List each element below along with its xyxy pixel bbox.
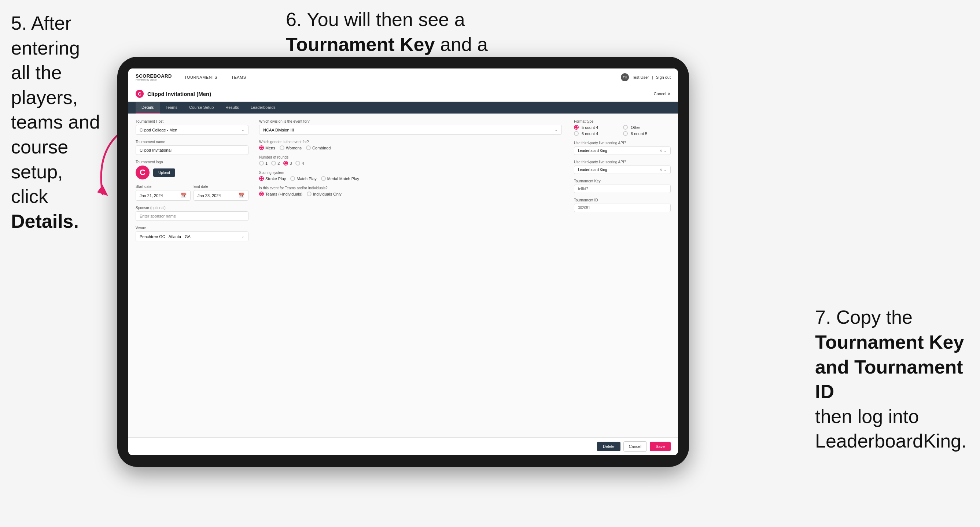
start-date-input[interactable]: Jan 21, 2024 📅: [135, 190, 191, 201]
api2-clear-btn[interactable]: ✕: [659, 168, 662, 172]
tournament-name-label: Tournament name: [135, 140, 248, 144]
format-other-radio[interactable]: [623, 125, 628, 130]
scoring-stroke-radio[interactable]: [259, 176, 264, 181]
tournament-key-value: b4fbf7: [574, 184, 671, 193]
tournament-logo-label: Tournament logo: [135, 160, 248, 164]
format-6count4[interactable]: 6 count 4: [574, 131, 622, 136]
logo-area: C Upload: [135, 165, 248, 179]
scoring-medal-radio[interactable]: [321, 176, 326, 181]
format-6count5-radio[interactable]: [623, 131, 628, 136]
teams-plus-individuals[interactable]: Teams (+Individuals): [259, 192, 302, 196]
scoring-medal-match-play[interactable]: Medal Match Play: [321, 176, 359, 181]
api1-select[interactable]: Leaderboard King ✕ ⌄: [574, 146, 671, 155]
tournament-id-value: 302051: [574, 204, 671, 212]
tournament-host-label: Tournament Host: [135, 119, 248, 124]
rounds-1[interactable]: 1: [259, 161, 267, 165]
upload-button[interactable]: Upload: [153, 168, 175, 177]
tab-results[interactable]: Results: [220, 102, 245, 114]
date-row: Start date Jan 21, 2024 📅 End date Jan 2…: [135, 184, 248, 201]
gender-combined-radio[interactable]: [306, 145, 311, 150]
format-other[interactable]: Other: [623, 125, 671, 130]
api1-label: Use third-party live scoring API?: [574, 141, 671, 145]
rounds-group: Number of rounds 1 2 3: [259, 155, 562, 165]
individuals-only[interactable]: Individuals Only: [307, 192, 342, 196]
rounds-label: Number of rounds: [259, 155, 562, 159]
header-cancel-btn[interactable]: Cancel ✕: [654, 92, 671, 96]
rounds-4-radio[interactable]: [295, 161, 300, 165]
scoring-match-play[interactable]: Match Play: [290, 176, 316, 181]
rounds-4[interactable]: 4: [295, 161, 304, 165]
tournament-name-input[interactable]: [135, 145, 248, 155]
format-6count5[interactable]: 6 count 5: [623, 131, 671, 136]
rounds-radio-group: 1 2 3 4: [259, 161, 562, 165]
cancel-button[interactable]: Cancel: [624, 441, 647, 452]
tournament-host-group: Tournament Host Clippd College - Men: [135, 119, 248, 135]
rounds-1-radio[interactable]: [259, 161, 264, 165]
venue-label: Venue: [135, 226, 248, 230]
api1-group: Use third-party live scoring API? Leader…: [574, 141, 671, 155]
gender-mens[interactable]: Mens: [259, 145, 275, 150]
nav-tournaments[interactable]: TOURNAMENTS: [183, 75, 219, 79]
api1-chevron-icon: ⌄: [664, 149, 667, 153]
tournament-id-group: Tournament ID 302051: [574, 198, 671, 212]
calendar-icon-end: 📅: [239, 193, 245, 198]
api2-label: Use third-party live scoring API?: [574, 160, 671, 164]
delete-button[interactable]: Delete: [597, 442, 620, 451]
end-date-label: End date: [194, 184, 248, 189]
save-button[interactable]: Save: [650, 442, 671, 451]
scoring-stroke-play[interactable]: Stroke Play: [259, 176, 286, 181]
tablet: SCOREBOARD Powered by clippd TOURNAMENTS…: [117, 57, 689, 467]
sponsor-label: Sponsor (optional): [135, 206, 248, 210]
gender-mens-radio[interactable]: [259, 145, 264, 150]
format-group: Format type 5 count 4 Other: [574, 119, 671, 136]
api2-select[interactable]: Leaderboard King ✕ ⌄: [574, 165, 671, 174]
format-5count4[interactable]: 5 count 4: [574, 125, 622, 130]
tablet-screen: SCOREBOARD Powered by clippd TOURNAMENTS…: [128, 68, 678, 455]
footer-bar: Delete Cancel Save: [128, 437, 678, 455]
gender-womens-radio[interactable]: [280, 145, 285, 150]
main-content: Tournament Host Clippd College - Men Tou…: [128, 114, 678, 437]
end-date-input[interactable]: Jan 23, 2024 📅: [194, 190, 248, 201]
tab-teams[interactable]: Teams: [160, 102, 183, 114]
api1-clear-btn[interactable]: ✕: [659, 149, 662, 153]
top-nav: SCOREBOARD Powered by clippd TOURNAMENTS…: [128, 68, 678, 86]
division-input[interactable]: NCAA Division III: [259, 125, 562, 135]
tab-course-setup[interactable]: Course Setup: [183, 102, 220, 114]
format-6count4-radio[interactable]: [574, 131, 579, 136]
middle-col: Which division is the event for? NCAA Di…: [253, 119, 568, 432]
tournament-key-group: Tournament Key b4fbf7: [574, 179, 671, 193]
rounds-2-radio[interactable]: [271, 161, 276, 165]
user-avatar: TU: [621, 73, 629, 81]
tournament-id-label: Tournament ID: [574, 198, 671, 202]
clippd-logo: C: [135, 90, 144, 98]
api1-controls: ✕ ⌄: [659, 149, 667, 153]
rounds-2[interactable]: 2: [271, 161, 280, 165]
page-title-row: C Clippd Invitational (Men): [135, 90, 211, 98]
sign-out-link[interactable]: Sign out: [656, 75, 671, 79]
brand: SCOREBOARD Powered by clippd: [135, 74, 172, 81]
format-5count4-radio[interactable]: [574, 125, 579, 130]
venue-input[interactable]: Peachtree GC - Atlanta - GA: [135, 232, 248, 241]
brand-sub: Powered by clippd: [135, 78, 172, 81]
rounds-3-radio[interactable]: [283, 161, 288, 165]
scoring-label: Scoring system: [259, 171, 562, 175]
tournament-host-input[interactable]: Clippd College - Men: [135, 125, 248, 135]
gender-womens[interactable]: Womens: [280, 145, 302, 150]
tournament-name-group: Tournament name: [135, 140, 248, 155]
tournament-logo-group: Tournament logo C Upload: [135, 160, 248, 179]
calendar-icon: 📅: [181, 193, 186, 198]
nav-teams[interactable]: TEAMS: [230, 75, 247, 79]
api2-group: Use third-party live scoring API? Leader…: [574, 160, 671, 174]
logo-circle: C: [135, 165, 150, 179]
tab-details[interactable]: Details: [135, 102, 160, 114]
scoring-match-radio[interactable]: [290, 176, 295, 181]
start-date-group: Start date Jan 21, 2024 📅: [135, 184, 191, 201]
tab-leaderboards[interactable]: Leaderboards: [245, 102, 282, 114]
gender-radio-group: Mens Womens Combined: [259, 145, 562, 150]
api2-controls: ✕ ⌄: [659, 168, 667, 172]
sponsor-input[interactable]: [135, 211, 248, 221]
gender-combined[interactable]: Combined: [306, 145, 331, 150]
individuals-only-radio[interactable]: [307, 192, 312, 196]
teams-plus-radio[interactable]: [259, 192, 264, 196]
rounds-3[interactable]: 3: [283, 161, 292, 165]
